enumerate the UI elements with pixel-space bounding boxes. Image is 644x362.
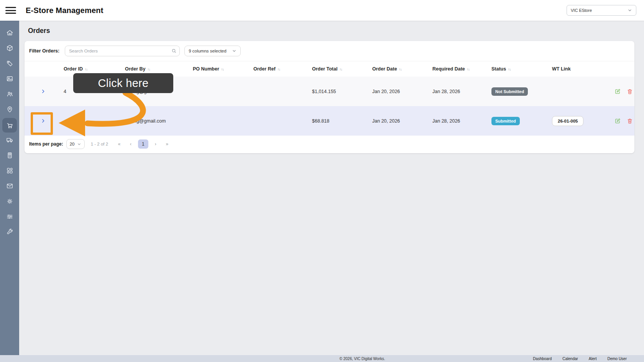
image-icon bbox=[6, 75, 13, 82]
cell-order-id bbox=[61, 106, 123, 136]
sidebar-item-apps[interactable] bbox=[2, 164, 17, 177]
customers-icon bbox=[6, 90, 13, 98]
search-icon bbox=[171, 48, 177, 54]
sidebar-item-shipping[interactable] bbox=[2, 133, 17, 146]
pagination-bar: Items per page: 20 1 - 2 of 2 « ‹ 1 › » bbox=[25, 136, 634, 153]
edit-button[interactable] bbox=[614, 117, 622, 125]
orders-table: Order ID Order By PO Number Order Ref Or… bbox=[25, 61, 634, 136]
cell-order-by: testing@gmail.com bbox=[123, 77, 191, 106]
col-header-status[interactable]: Status bbox=[489, 61, 550, 77]
sidebar-item-tools[interactable] bbox=[2, 225, 17, 238]
sort-icon bbox=[508, 67, 511, 71]
first-page-button[interactable]: « bbox=[113, 141, 125, 147]
col-header-po-number[interactable]: PO Number bbox=[191, 61, 251, 77]
sort-icon bbox=[339, 67, 342, 71]
sidebar-item-messages[interactable] bbox=[2, 179, 17, 192]
edit-icon bbox=[614, 88, 621, 95]
col-header-actions bbox=[611, 61, 634, 77]
footer-link-calendar[interactable]: Calendar bbox=[562, 357, 578, 361]
current-page-button[interactable]: 1 bbox=[138, 139, 148, 149]
footer-link-alert[interactable]: Alert bbox=[589, 357, 597, 361]
gear-icon bbox=[6, 198, 13, 205]
sort-icon bbox=[467, 67, 470, 71]
page-title: Orders bbox=[28, 27, 634, 35]
expand-row-button[interactable] bbox=[40, 118, 46, 124]
next-page-button[interactable]: › bbox=[150, 141, 161, 147]
wt-link-button[interactable]: 26-01-005 bbox=[552, 116, 583, 126]
trash-icon bbox=[627, 88, 633, 95]
cart-icon bbox=[6, 122, 13, 129]
pagination-range: 1 - 2 of 2 bbox=[91, 142, 108, 146]
delete-button[interactable] bbox=[626, 117, 634, 125]
col-header-order-id[interactable]: Order ID bbox=[61, 61, 123, 77]
location-icon bbox=[6, 106, 13, 113]
cell-required-date: Jan 28, 2026 bbox=[430, 77, 489, 106]
table-row: 4 testing@gmail.com $1,014.155 Jan 20, 2… bbox=[25, 77, 634, 106]
sidebar-item-home[interactable] bbox=[2, 26, 17, 39]
table-header-row: Order ID Order By PO Number Order Ref Or… bbox=[25, 61, 634, 77]
copyright-text: © 2026, VIC Digital Works. bbox=[340, 357, 385, 361]
sidebar-item-media[interactable] bbox=[2, 72, 17, 85]
cell-order-total: $68.818 bbox=[310, 106, 370, 136]
calculator-icon bbox=[6, 152, 13, 159]
sort-icon bbox=[221, 67, 224, 71]
footer-link-dashboard[interactable]: Dashboard bbox=[533, 357, 552, 361]
sliders-icon bbox=[6, 213, 13, 220]
col-header-order-ref[interactable]: Order Ref bbox=[251, 61, 310, 77]
footer-link-demo-user[interactable]: Demo User bbox=[607, 357, 627, 361]
cell-order-ref bbox=[251, 106, 310, 136]
cell-po-number bbox=[191, 77, 251, 106]
sidebar-item-billing[interactable] bbox=[2, 149, 17, 162]
sort-icon bbox=[148, 67, 150, 71]
col-header-order-by[interactable]: Order By bbox=[123, 61, 191, 77]
sort-icon bbox=[399, 67, 402, 71]
cell-wt-link bbox=[550, 77, 611, 106]
columns-select-value: 9 columns selected bbox=[189, 49, 226, 53]
last-page-button[interactable]: » bbox=[161, 141, 173, 147]
items-per-page-value: 20 bbox=[70, 142, 75, 146]
cell-order-id: 4 bbox=[61, 77, 123, 106]
chevron-down-icon bbox=[628, 8, 632, 13]
delete-button[interactable] bbox=[626, 88, 634, 95]
package-icon bbox=[6, 44, 13, 52]
top-bar: E-Store Management VIC EStore bbox=[0, 0, 644, 21]
home-icon bbox=[6, 29, 13, 36]
hamburger-menu-icon[interactable] bbox=[5, 6, 16, 15]
status-badge: Submitted bbox=[491, 117, 520, 125]
filter-row: Filter Orders: 9 columns selected bbox=[25, 41, 634, 61]
col-header-wt-link[interactable]: WT Link bbox=[550, 61, 611, 77]
sidebar-item-customers[interactable] bbox=[2, 87, 17, 100]
table-row: testing@gmail.com $68.818 Jan 20, 2026 J… bbox=[25, 106, 634, 136]
sidebar-item-orders[interactable] bbox=[2, 118, 17, 133]
truck-icon bbox=[6, 136, 13, 144]
filter-orders-label: Filter Orders: bbox=[29, 48, 59, 54]
sidebar-item-products[interactable] bbox=[2, 41, 17, 54]
columns-select-dropdown[interactable]: 9 columns selected bbox=[184, 46, 240, 56]
expand-row-button[interactable] bbox=[40, 88, 46, 95]
items-per-page-select[interactable]: 20 bbox=[66, 139, 85, 149]
col-header-order-total[interactable]: Order Total bbox=[310, 61, 370, 77]
store-selector-dropdown[interactable]: VIC EStore bbox=[567, 5, 636, 16]
edit-button[interactable] bbox=[614, 87, 622, 95]
sidebar-item-tags[interactable] bbox=[2, 57, 17, 70]
previous-page-button[interactable]: ‹ bbox=[125, 141, 136, 147]
sidebar-item-preferences[interactable] bbox=[2, 210, 17, 223]
sidebar-item-settings[interactable] bbox=[2, 195, 17, 208]
cell-order-date: Jan 20, 2026 bbox=[370, 106, 430, 136]
footer: © 2026, VIC Digital Works. Dashboard Cal… bbox=[0, 355, 644, 362]
col-header-expand bbox=[25, 61, 61, 77]
items-per-page-label: Items per page: bbox=[29, 141, 63, 147]
search-orders-input[interactable] bbox=[65, 46, 180, 56]
status-badge: Not Submitted bbox=[491, 87, 528, 96]
cell-order-total: $1,014.155 bbox=[310, 77, 370, 106]
sidebar-item-locations[interactable] bbox=[2, 103, 17, 116]
store-selector-value: VIC EStore bbox=[571, 8, 592, 13]
chevron-right-icon bbox=[41, 89, 46, 94]
col-header-order-date[interactable]: Order Date bbox=[370, 61, 430, 77]
chevron-down-icon bbox=[77, 142, 81, 146]
chevron-down-icon bbox=[232, 49, 237, 53]
mail-icon bbox=[6, 182, 13, 190]
sort-icon bbox=[85, 67, 87, 71]
sort-icon bbox=[278, 67, 280, 71]
col-header-required-date[interactable]: Required Date bbox=[430, 61, 489, 77]
